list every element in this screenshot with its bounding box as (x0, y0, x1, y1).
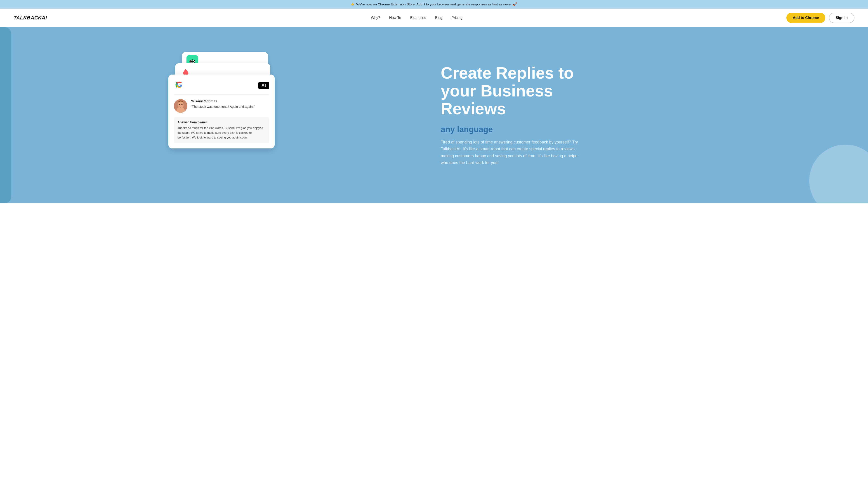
svg-point-3 (193, 61, 194, 62)
hero-language-subtext: any language (441, 125, 850, 134)
nav-item-pricing[interactable]: Pricing (452, 16, 463, 20)
nav-item-blog[interactable]: Blog (435, 16, 442, 20)
owner-reply-box: Answer from owner Thanks so much for the… (174, 117, 269, 143)
svg-point-10 (182, 104, 183, 105)
nav-item-examples[interactable]: Examples (410, 16, 426, 20)
nav-item-how-to[interactable]: How To (389, 16, 401, 20)
nav-actions: Add to Chrome Sign In (786, 13, 855, 23)
nav-item-why[interactable]: Why? (371, 16, 380, 20)
hero-description: Tired of spending lots of time answering… (441, 139, 585, 166)
logo[interactable]: TALKBACKAI (13, 15, 47, 21)
reviewer-text: "The steak was fenomenal! Again and agai… (191, 104, 255, 109)
sign-in-button[interactable]: Sign In (829, 13, 855, 23)
announcement-bar: 👉 We're now on Chrome Extension Store. A… (0, 0, 868, 8)
announcement-text: 👉 We're now on Chrome Extension Store. A… (351, 2, 517, 6)
card-header: AI (174, 80, 269, 95)
svg-point-2 (190, 61, 192, 62)
owner-reply-text: Thanks so much for the kind words, Susan… (178, 126, 266, 140)
reviewer-avatar (174, 99, 187, 113)
review-content: Susann Schmitz "The steak was fenomenal!… (191, 99, 255, 109)
svg-point-9 (179, 104, 180, 105)
reviewer-name: Susann Schmitz (191, 99, 255, 103)
svg-point-5 (194, 60, 195, 61)
hero-headline-line2: your Business (441, 82, 553, 100)
main-review-card: AI (168, 74, 275, 149)
navbar: TALKBACKAI Why? How To Examples Blog Pri… (0, 8, 868, 27)
owner-reply-label: Answer from owner (178, 121, 266, 124)
svg-point-4 (190, 60, 191, 61)
hero-headline-line3: Reviews (441, 100, 506, 118)
hero-illustration: AI (18, 52, 427, 178)
ai-badge: AI (258, 82, 269, 89)
nav-links: Why? How To Examples Blog Pricing (371, 16, 463, 20)
hero-section: AI (0, 27, 868, 203)
svg-point-11 (178, 105, 180, 106)
hero-text: Create Replies to your Business Reviews … (427, 64, 850, 166)
svg-point-12 (182, 105, 183, 106)
hero-headline: Create Replies to your Business Reviews (441, 64, 850, 118)
google-icon (174, 80, 185, 91)
reviewer-info: Susann Schmitz "The steak was fenomenal!… (174, 99, 269, 113)
review-card-stack: AI (168, 52, 277, 178)
add-to-chrome-button[interactable]: Add to Chrome (786, 13, 825, 23)
hero-headline-line1: Create Replies to (441, 64, 574, 82)
